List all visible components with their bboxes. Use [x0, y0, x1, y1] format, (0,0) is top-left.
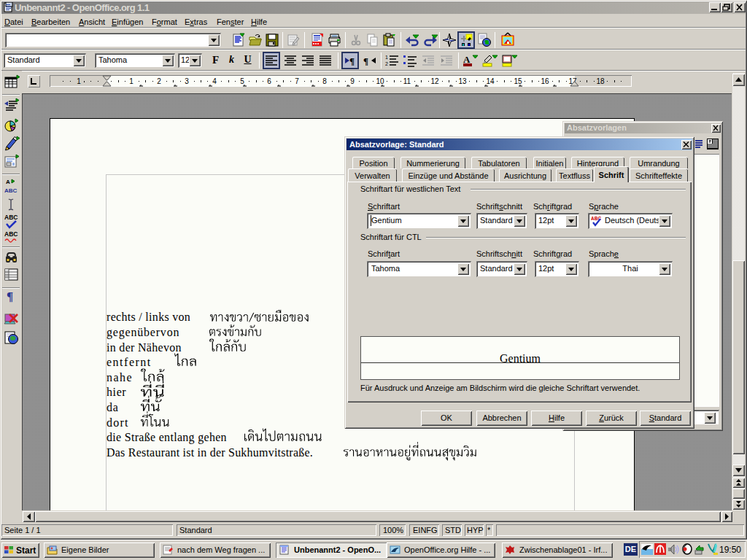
svg-text:A: A: [463, 54, 471, 65]
svg-text:ABC: ABC: [4, 214, 18, 221]
svg-text:15: 15: [514, 77, 522, 85]
svg-text:3: 3: [185, 77, 189, 85]
svg-text:2: 2: [385, 61, 388, 66]
svg-text:14: 14: [486, 77, 495, 85]
svg-text:16: 16: [541, 77, 549, 85]
svg-text:12: 12: [430, 77, 439, 85]
svg-text:11: 11: [403, 77, 411, 85]
svg-text:1: 1: [385, 55, 388, 60]
svg-text:5: 5: [240, 77, 244, 85]
svg-text:8: 8: [322, 77, 327, 85]
svg-text:9: 9: [350, 77, 355, 85]
svg-text:¶: ¶: [363, 55, 368, 66]
svg-text:1: 1: [129, 77, 133, 85]
svg-text:18: 18: [596, 77, 605, 85]
svg-text:A: A: [6, 179, 10, 185]
svg-text:¶: ¶: [349, 55, 355, 66]
svg-text:7: 7: [295, 77, 299, 85]
svg-text:10: 10: [376, 77, 384, 85]
svg-text:2: 2: [157, 77, 161, 85]
svg-text:ABC: ABC: [4, 187, 18, 194]
svg-text:1: 1: [77, 77, 81, 85]
svg-text:6: 6: [267, 77, 271, 85]
svg-text:4: 4: [212, 77, 217, 85]
svg-text:13: 13: [458, 77, 467, 85]
svg-text:ABC: ABC: [4, 230, 18, 238]
